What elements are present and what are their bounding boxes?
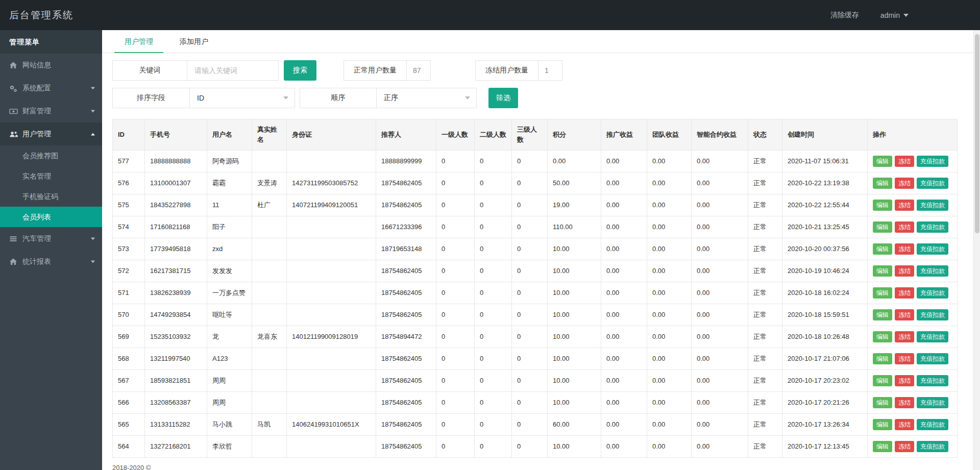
- cell-level1: 0: [436, 348, 475, 370]
- cell-level3: 0: [512, 282, 548, 304]
- cell-status: 正常: [748, 370, 782, 392]
- tab-user-management[interactable]: 用户管理: [114, 30, 163, 53]
- sidebar-item-user-management[interactable]: 用户管理: [0, 122, 102, 145]
- edit-button[interactable]: 编辑: [873, 287, 892, 299]
- recharge-button[interactable]: 充值扣款: [917, 309, 948, 320]
- edit-button[interactable]: 编辑: [873, 156, 892, 167]
- freeze-button[interactable]: 冻结: [895, 178, 914, 189]
- edit-button[interactable]: 编辑: [873, 265, 892, 277]
- cell-actions: 编辑冻结充值扣款: [868, 216, 958, 238]
- edit-button[interactable]: 编辑: [873, 200, 892, 211]
- freeze-button[interactable]: 冻结: [895, 419, 914, 430]
- freeze-button[interactable]: 冻结: [895, 287, 914, 299]
- sidebar-item-statistics-report[interactable]: 统计报表: [0, 250, 102, 273]
- cell-team_income: 0.00: [647, 348, 692, 370]
- keyword-input[interactable]: [187, 61, 278, 80]
- edit-button[interactable]: 编辑: [873, 375, 892, 386]
- recharge-button[interactable]: 充值扣款: [917, 375, 948, 386]
- cell-contract_income: 0.00: [692, 392, 748, 414]
- recharge-button[interactable]: 充值扣款: [917, 353, 948, 364]
- sidebar-subitem-member-referral-tree[interactable]: 会员推荐图: [0, 145, 102, 166]
- order-label: 顺序: [300, 88, 377, 108]
- cell-id: 571: [113, 282, 145, 304]
- edit-button[interactable]: 编辑: [873, 331, 892, 342]
- cell-phone: 18435227898: [145, 194, 207, 216]
- edit-button[interactable]: 编辑: [873, 353, 892, 364]
- cell-username: 阳子: [207, 216, 252, 238]
- cell-contract_income: 0.00: [692, 194, 748, 216]
- recharge-button[interactable]: 充值扣款: [917, 265, 948, 277]
- freeze-button[interactable]: 冻结: [895, 331, 914, 342]
- recharge-button[interactable]: 充值扣款: [917, 419, 948, 430]
- admin-menu[interactable]: admin: [880, 11, 909, 19]
- search-button[interactable]: 搜索: [284, 60, 316, 81]
- sidebar-subitem-realname-management[interactable]: 实名管理: [0, 166, 102, 186]
- recharge-button[interactable]: 充值扣款: [917, 221, 948, 233]
- cell-id: 565: [113, 414, 145, 436]
- cell-promo_income: 0.00: [601, 282, 647, 304]
- edit-button[interactable]: 编辑: [873, 441, 892, 452]
- sidebar: 管理菜单 网站信息系统配置财富管理用户管理会员推荐图实名管理手机验证码会员列表汽…: [0, 30, 102, 470]
- sidebar-subitem-phone-verification-code[interactable]: 手机验证码: [0, 186, 102, 207]
- edit-button[interactable]: 编辑: [873, 243, 892, 255]
- recharge-button[interactable]: 充值扣款: [917, 156, 948, 167]
- cell-team_income: 0.00: [647, 326, 692, 348]
- recharge-button[interactable]: 充值扣款: [917, 200, 948, 211]
- cell-referrer: 16671233396: [376, 216, 436, 238]
- freeze-button[interactable]: 冻结: [895, 353, 914, 364]
- gears-icon: [9, 84, 22, 92]
- filter-button[interactable]: 筛选: [488, 88, 518, 108]
- sidebar-item-system-config[interactable]: 系统配置: [0, 77, 102, 100]
- sidebar-item-label: 统计报表: [22, 257, 51, 266]
- sort-field-select[interactable]: ID: [190, 88, 295, 108]
- clear-cache-button[interactable]: 清除缓存: [830, 11, 859, 20]
- tab-add-user[interactable]: 添加用户: [169, 30, 218, 53]
- cell-level1: 0: [436, 436, 475, 458]
- freeze-button[interactable]: 冻结: [895, 156, 914, 167]
- cell-promo_income: 0.00: [601, 436, 647, 458]
- freeze-button[interactable]: 冻结: [895, 309, 914, 320]
- edit-button[interactable]: 编辑: [873, 309, 892, 320]
- freeze-button[interactable]: 冻结: [895, 243, 914, 255]
- keyword-group: 关键词: [112, 60, 279, 81]
- topbar-right: 清除缓存 admin: [830, 11, 909, 20]
- recharge-button[interactable]: 充值扣款: [917, 287, 948, 299]
- recharge-button[interactable]: 充值扣款: [917, 331, 948, 342]
- recharge-button[interactable]: 充值扣款: [917, 178, 948, 189]
- freeze-button[interactable]: 冻结: [895, 265, 914, 277]
- sidebar-subitem-member-list[interactable]: 会员列表: [0, 207, 102, 227]
- edit-button[interactable]: 编辑: [873, 419, 892, 430]
- freeze-button[interactable]: 冻结: [895, 397, 914, 408]
- cell-points: 10.00: [548, 260, 601, 282]
- scrollbar-thumb[interactable]: [975, 34, 979, 233]
- vertical-scrollbar[interactable]: [973, 30, 980, 470]
- cell-promo_income: 0.00: [601, 216, 647, 238]
- cell-id: 569: [113, 326, 145, 348]
- recharge-button[interactable]: 充值扣款: [917, 441, 948, 452]
- edit-button[interactable]: 编辑: [873, 397, 892, 408]
- edit-button[interactable]: 编辑: [873, 178, 892, 189]
- freeze-button[interactable]: 冻结: [895, 221, 914, 233]
- sidebar-item-site-info[interactable]: 网站信息: [0, 54, 102, 77]
- order-select[interactable]: 正序: [377, 88, 476, 108]
- cell-contract_income: 0.00: [692, 151, 748, 172]
- home-icon: [9, 61, 22, 69]
- cell-level2: 0: [475, 304, 512, 326]
- recharge-button[interactable]: 充值扣款: [917, 397, 948, 408]
- freeze-button[interactable]: 冻结: [895, 441, 914, 452]
- sidebar-item-wealth-management[interactable]: 财富管理: [0, 100, 102, 122]
- freeze-button[interactable]: 冻结: [895, 375, 914, 386]
- cell-points: 10.00: [548, 238, 601, 260]
- cell-team_income: 0.00: [647, 172, 692, 194]
- cell-actions: 编辑冻结充值扣款: [868, 436, 958, 458]
- cell-realname: 杜广: [252, 194, 287, 216]
- table-row: 57613100001307霸霸支景涛142731199503085752187…: [113, 172, 958, 194]
- cell-level1: 0: [436, 304, 475, 326]
- edit-button[interactable]: 编辑: [873, 221, 892, 233]
- cell-level1: 0: [436, 238, 475, 260]
- col-header-level2: 二级人数: [475, 119, 512, 151]
- cell-phone: 18593821851: [145, 370, 207, 392]
- freeze-button[interactable]: 冻结: [895, 200, 914, 211]
- recharge-button[interactable]: 充值扣款: [917, 243, 948, 255]
- sidebar-item-car-management[interactable]: 汽车管理: [0, 227, 102, 250]
